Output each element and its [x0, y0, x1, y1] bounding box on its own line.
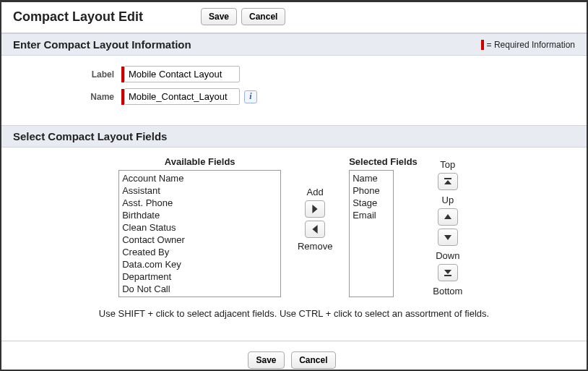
available-column: Available Fields Account NameAssistantAs…	[118, 156, 281, 297]
remove-label: Remove	[298, 241, 332, 252]
list-item[interactable]: Email	[353, 209, 390, 221]
svg-rect-1	[444, 275, 451, 276]
cancel-button-bottom[interactable]: Cancel	[291, 351, 335, 369]
list-item[interactable]: Account Name	[122, 172, 277, 184]
move-top-icon	[444, 177, 452, 186]
list-item[interactable]: Assistant	[122, 184, 277, 197]
list-item[interactable]: Name	[353, 172, 390, 184]
selected-fields-listbox[interactable]: NamePhoneStageEmail	[349, 170, 394, 297]
add-button[interactable]	[305, 200, 325, 218]
move-bottom-button[interactable]	[438, 264, 458, 281]
info-icon[interactable]: i	[244, 90, 257, 103]
up-label: Up	[442, 195, 454, 205]
arrow-up-icon	[444, 213, 452, 221]
selection-hint: Use SHIFT + click to select adjacent fie…	[13, 308, 575, 319]
list-item[interactable]: Data.com Key	[122, 258, 277, 270]
down-label: Down	[436, 250, 459, 261]
bottom-label: Bottom	[433, 286, 462, 297]
add-label: Add	[307, 187, 324, 197]
list-item[interactable]: Phone	[353, 184, 390, 197]
required-info-legend: = Required Information	[481, 40, 575, 50]
name-field-label: Name	[13, 92, 121, 102]
list-item[interactable]: Clean Status	[122, 221, 277, 234]
top-toolbar: Compact Layout Edit Save Cancel	[1, 2, 587, 33]
svg-rect-0	[444, 178, 451, 179]
arrow-left-icon	[311, 225, 319, 234]
arrow-down-icon	[444, 233, 452, 242]
required-marker-icon	[481, 40, 484, 50]
form-area: Label Name i	[1, 56, 587, 125]
list-item[interactable]: Created By	[122, 246, 277, 258]
save-button-top[interactable]: Save	[201, 8, 237, 25]
list-item[interactable]: Contact Owner	[122, 234, 277, 246]
arrow-right-icon	[311, 205, 319, 213]
fields-area: Available Fields Account NameAssistantAs…	[1, 148, 587, 328]
fields-section-title: Select Compact Layout Fields	[13, 130, 167, 142]
list-item[interactable]: Do Not Call	[122, 283, 277, 295]
move-top-button[interactable]	[438, 173, 458, 190]
page-title: Compact Layout Edit	[13, 9, 201, 25]
available-fields-listbox[interactable]: Account NameAssistantAsst. PhoneBirthdat…	[118, 170, 281, 297]
move-bottom-icon	[444, 268, 452, 277]
move-up-button[interactable]	[438, 208, 458, 226]
remove-button[interactable]	[305, 221, 325, 238]
list-item[interactable]: Birthdate	[122, 209, 277, 221]
label-field-label: Label	[13, 69, 121, 80]
required-info-text: = Required Information	[487, 40, 575, 50]
available-fields-title: Available Fields	[118, 156, 281, 167]
list-item[interactable]: Department	[122, 270, 277, 283]
cancel-button-top[interactable]: Cancel	[241, 8, 285, 25]
label-input[interactable]	[124, 66, 240, 82]
add-remove-column: Add Remove	[290, 156, 340, 253]
move-down-button[interactable]	[438, 229, 458, 246]
list-item[interactable]: Asst. Phone	[122, 197, 277, 209]
order-column: Top Up Down Bottom	[426, 156, 470, 298]
info-section-title: Enter Compact Layout Information	[13, 38, 191, 51]
top-label: Top	[440, 159, 455, 170]
selected-column: Selected Fields NamePhoneStageEmail	[349, 156, 418, 297]
list-item[interactable]: Stage	[353, 197, 390, 209]
selected-fields-title: Selected Fields	[349, 156, 418, 167]
name-input[interactable]	[124, 88, 240, 105]
fields-section-header: Select Compact Layout Fields	[1, 125, 587, 148]
info-section-header: Enter Compact Layout Information = Requi…	[1, 33, 587, 56]
save-button-bottom[interactable]: Save	[248, 351, 284, 369]
bottom-toolbar: Save Cancel	[1, 341, 587, 371]
